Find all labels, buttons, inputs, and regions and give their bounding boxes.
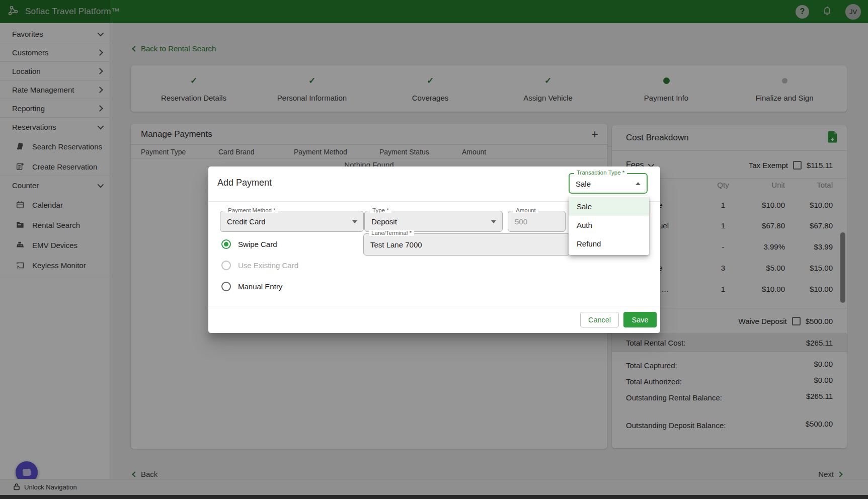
divider bbox=[208, 306, 660, 306]
lane-terminal-field[interactable]: Lane/Terminal * Test Lane 7000 bbox=[363, 233, 570, 256]
radio-manual-entry[interactable]: Manual Entry bbox=[221, 282, 282, 291]
save-button[interactable]: Save bbox=[623, 312, 657, 327]
collapse-arrow-icon bbox=[636, 182, 641, 185]
radio-selected-icon bbox=[221, 239, 231, 249]
menu-option-refund[interactable]: Refund bbox=[569, 234, 649, 253]
transaction-type-select[interactable]: Transaction Type * Sale bbox=[569, 173, 648, 194]
cancel-button[interactable]: Cancel bbox=[580, 312, 619, 327]
dropdown-arrow-icon bbox=[352, 220, 357, 223]
transaction-type-menu: Sale Auth Refund bbox=[569, 196, 649, 255]
radio-use-existing-card: Use Existing Card bbox=[221, 261, 298, 270]
modal-title: Add Payment bbox=[217, 178, 272, 188]
menu-option-sale[interactable]: Sale bbox=[569, 197, 649, 216]
radio-unselected-icon bbox=[221, 282, 231, 291]
app-screen: Sofiac Travel Platform™ ? JV Favorites C… bbox=[0, 0, 868, 499]
dropdown-arrow-icon bbox=[491, 220, 496, 223]
amount-field: Amount 500 bbox=[508, 211, 566, 232]
radio-disabled-icon bbox=[221, 261, 231, 270]
radio-swipe-card[interactable]: Swipe Card bbox=[221, 239, 277, 249]
payment-method-select[interactable]: Payment Method * Credit Card bbox=[220, 211, 364, 232]
menu-option-auth[interactable]: Auth bbox=[569, 216, 649, 234]
type-select[interactable]: Type * Deposit bbox=[364, 211, 503, 232]
